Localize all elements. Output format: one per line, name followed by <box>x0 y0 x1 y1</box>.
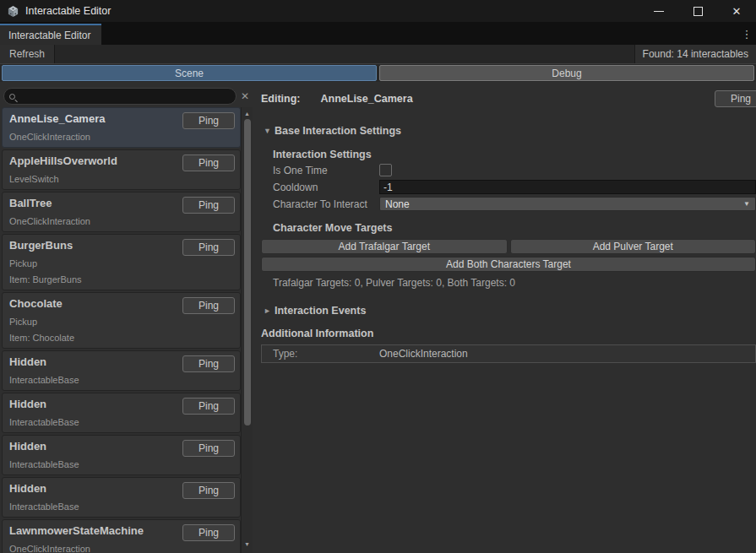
titlebar: Interactable Editor ✕ <box>0 0 756 22</box>
tab-debug-label: Debug <box>552 68 581 79</box>
content-split: ✕ AnneLise_CameraPingOneClickInteraction… <box>0 82 756 553</box>
item-subtitle: InteractableBase <box>9 459 233 469</box>
base-foldout-label: Base Interaction Settings <box>275 125 401 137</box>
list-wrap: AnneLise_CameraPingOneClickInteractionAp… <box>0 107 254 553</box>
item-subtitle: LevelSwitch <box>9 174 233 184</box>
list-item[interactable]: HiddenPingInteractableBase <box>2 435 241 475</box>
ping-button[interactable]: Ping <box>182 482 235 499</box>
item-subtitle: Item: Chocolate <box>9 333 233 343</box>
tab-debug[interactable]: Debug <box>379 65 754 81</box>
scene-list-panel: ✕ AnneLise_CameraPingOneClickInteraction… <box>0 82 254 553</box>
is-one-time-label: Is One Time <box>273 165 379 176</box>
character-to-interact-row: Character To Interact None ▼ <box>273 197 756 211</box>
list-item[interactable]: AnneLise_CameraPingOneClickInteraction <box>2 107 241 148</box>
editing-label: Editing: <box>261 93 301 105</box>
editing-ping-button[interactable]: Ping <box>715 90 756 107</box>
type-helpbox: Type: OneClickInteraction <box>261 344 756 363</box>
clear-icon: ✕ <box>241 90 249 102</box>
events-foldout-label: Interaction Events <box>275 305 366 317</box>
item-subtitle: OneClickInteraction <box>9 132 233 142</box>
doc-tab-label: Interactable Editor <box>8 30 90 41</box>
ping-button[interactable]: Ping <box>182 112 235 129</box>
editing-row: Editing: AnneLise_Camera Ping <box>261 90 756 107</box>
add-target-buttons-row: Add Trafalgar Target Add Pulver Target <box>261 239 756 254</box>
maximize-button[interactable] <box>678 0 717 22</box>
list-item[interactable]: BurgerBunsPingPickupItem: BurgerBuns <box>2 234 241 290</box>
window-controls: ✕ <box>639 0 756 22</box>
ping-button[interactable]: Ping <box>182 440 235 457</box>
close-button[interactable]: ✕ <box>717 0 756 22</box>
unity-cube-icon <box>7 5 19 18</box>
item-subtitle: InteractableBase <box>9 375 233 385</box>
maximize-icon <box>693 7 703 16</box>
minimize-button[interactable] <box>639 0 678 22</box>
list-item[interactable]: BallTreePingOneClickInteraction <box>2 192 241 232</box>
foldout-closed-icon: ► <box>264 306 275 315</box>
view-tabs: Scene Debug <box>0 64 756 82</box>
clear-search-button[interactable]: ✕ <box>237 88 253 105</box>
refresh-button[interactable]: Refresh <box>0 45 55 63</box>
scrollbar-thumb[interactable] <box>244 119 251 426</box>
additional-information-header: Additional Information <box>261 328 756 339</box>
search-box <box>3 88 237 105</box>
scroll-up-icon[interactable]: ▲ <box>242 109 253 119</box>
interactable-list: AnneLise_CameraPingOneClickInteractionAp… <box>0 107 241 553</box>
item-subtitle: OneClickInteraction <box>9 544 233 553</box>
search-input[interactable] <box>19 90 231 102</box>
list-item[interactable]: HiddenPingInteractableBase <box>2 477 241 518</box>
list-item[interactable]: HiddenPingInteractableBase <box>2 350 241 391</box>
interaction-settings-header: Interaction Settings <box>273 149 756 160</box>
targets-summary: Trafalgar Targets: 0, Pulver Targets: 0,… <box>273 277 756 289</box>
window-title: Interactable Editor <box>25 5 111 17</box>
tab-menu-button[interactable]: ⋮ <box>737 24 756 45</box>
add-trafalgar-target-button[interactable]: Add Trafalgar Target <box>261 239 508 254</box>
add-both-characters-target-button[interactable]: Add Both Characters Target <box>261 257 756 272</box>
interaction-events-foldout[interactable]: ► Interaction Events <box>264 305 756 317</box>
item-subtitle: Pickup <box>9 258 233 268</box>
document-tabbar: Interactable Editor ⋮ <box>0 22 756 45</box>
item-subtitle: InteractableBase <box>9 501 233 512</box>
kebab-menu-icon: ⋮ <box>742 28 753 41</box>
search-icon <box>9 94 15 100</box>
list-item[interactable]: AppleHillsOverworldPingLevelSwitch <box>2 149 241 190</box>
base-interaction-settings-foldout[interactable]: ▼ Base Interaction Settings <box>264 125 756 137</box>
ping-button[interactable]: Ping <box>182 355 235 372</box>
add-both-row: Add Both Characters Target <box>261 257 756 272</box>
is-one-time-row: Is One Time <box>273 163 756 177</box>
character-to-interact-dropdown[interactable]: None ▼ <box>379 197 756 211</box>
foldout-open-icon: ▼ <box>264 127 275 135</box>
add-pulver-target-button[interactable]: Add Pulver Target <box>510 239 756 254</box>
tab-scene[interactable]: Scene <box>2 65 377 81</box>
tab-interactable-editor[interactable]: Interactable Editor <box>0 24 101 45</box>
ping-button[interactable]: Ping <box>182 239 235 256</box>
item-subtitle: Item: BurgerBuns <box>9 274 233 285</box>
item-subtitle: OneClickInteraction <box>9 216 233 226</box>
dropdown-selected-value: None <box>385 198 410 210</box>
type-value: OneClickInteraction <box>379 348 468 360</box>
ping-button[interactable]: Ping <box>182 155 235 171</box>
search-row: ✕ <box>0 82 254 107</box>
cooldown-field[interactable] <box>379 180 756 194</box>
character-move-targets-header: Character Move Targets <box>273 222 756 234</box>
ping-button[interactable]: Ping <box>182 398 235 415</box>
ping-button[interactable]: Ping <box>182 524 235 541</box>
character-to-interact-label: Character To Interact <box>273 198 379 210</box>
found-count-label: Found: 14 interactables <box>634 45 756 63</box>
cooldown-row: Cooldown <box>273 180 756 194</box>
toolbar: Refresh Found: 14 interactables <box>0 45 756 64</box>
type-label: Type: <box>273 348 379 360</box>
ping-button[interactable]: Ping <box>182 297 235 314</box>
close-icon: ✕ <box>732 5 742 18</box>
tab-scene-label: Scene <box>175 68 204 79</box>
editing-target-name: AnneLise_Camera <box>321 93 413 105</box>
minimize-icon <box>654 11 664 12</box>
is-one-time-checkbox[interactable] <box>379 164 392 176</box>
list-item[interactable]: ChocolatePingPickupItem: Chocolate <box>2 292 241 349</box>
scroll-down-icon[interactable]: ▼ <box>242 539 253 550</box>
list-item[interactable]: HiddenPingInteractableBase <box>2 393 241 433</box>
ping-button[interactable]: Ping <box>182 197 235 214</box>
list-item[interactable]: LawnmowerStateMachinePingOneClickInterac… <box>2 519 241 553</box>
item-subtitle: InteractableBase <box>9 417 233 427</box>
chevron-down-icon: ▼ <box>743 200 750 208</box>
vertical-scrollbar[interactable]: ▲ ▼ <box>241 107 253 553</box>
